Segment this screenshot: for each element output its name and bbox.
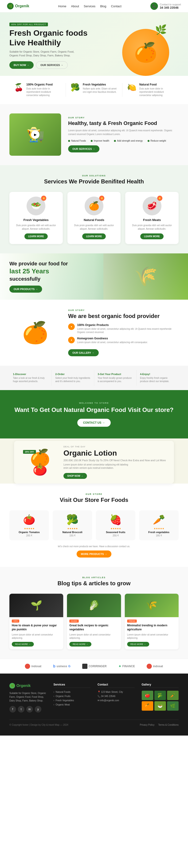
years-banner: We provide our food for last 25 Years su… bbox=[0, 253, 188, 300]
nav-services[interactable]: Services bbox=[84, 4, 95, 8]
blog-title: Blog tips & articles to grow bbox=[9, 580, 179, 587]
footer-link-meat[interactable]: › Organic Meat bbox=[54, 703, 91, 706]
gallery-thumb-3: 🥕 bbox=[167, 691, 179, 700]
hero-image: 🍊 🌿 bbox=[122, 29, 183, 76]
facebook-icon[interactable]: f bbox=[9, 706, 16, 713]
read-more-2-button[interactable]: READ MORE → bbox=[69, 642, 91, 647]
blog-desc-2: Lorem ipsum dolor sit amet consectetur a… bbox=[67, 633, 121, 642]
feature-vegetables-desc: Nullam quis ante. Etiam sit amet orci eg… bbox=[83, 87, 117, 94]
deal-section: 🍊 🍅 25% OFF DEAL OF THE DAY Organic Loti… bbox=[14, 441, 174, 484]
service-badge-1: ⭐ bbox=[41, 196, 46, 201]
hero-badge: 40% OFF FOR ALL PRODUCT bbox=[9, 23, 48, 26]
learn-more-natural-button[interactable]: LEARN MORE bbox=[82, 234, 105, 239]
footer-contact-heading: Contact bbox=[97, 683, 135, 688]
service-desc-meats: Duis proin gravida nibh vel velit auctor… bbox=[130, 224, 174, 230]
service-card-vegetables: 🥗 ⭐ Fresh Vegetables Duis proin gravida … bbox=[9, 192, 63, 244]
vegetables-stars: ★★★★★ bbox=[143, 527, 175, 530]
our-gallery-button[interactable]: OUR GALLERY → bbox=[68, 349, 99, 356]
about-section: 👨‍🌾 ▶ OUR STORY Healthy, tasty & Fresh O… bbox=[0, 104, 188, 165]
contact-label: Contact to support bbox=[160, 3, 181, 6]
nav-about[interactable]: About bbox=[71, 4, 79, 8]
organic-point-desc-2: Lorem ipsum dolor sit amet, consectetur … bbox=[77, 341, 148, 344]
about-checks: Natural Foods Improve health Add strengt… bbox=[68, 140, 179, 142]
nav-links: Home About Services Blog Contact bbox=[58, 4, 122, 8]
service-title-meats: Fresh Meats bbox=[130, 218, 174, 222]
product-fruits: 🍓 ★★★★★ Seasoned fruits 250.₹ bbox=[96, 510, 135, 540]
feature-natural-desc: Duis aute irure dolor in reprehenderit i… bbox=[139, 87, 174, 97]
step-discover: 1-Discover Take a look at our fresh & tr… bbox=[9, 370, 52, 385]
privacy-policy-link[interactable]: Privacy Policy bbox=[140, 723, 154, 726]
leaf-decoration: 🌿 bbox=[155, 24, 167, 35]
footer-gallery-col: Gallery 🍅 🥦 🥕 🍊 🥗 🌿 bbox=[142, 683, 179, 713]
broccoli-title: Natural Broccoli bbox=[56, 531, 89, 534]
product-broccoli: 🥦 ★★★★★ Natural Broccoli 150.₹ bbox=[53, 510, 92, 540]
service-desc-natural: Duis proin gravida nibh vel velit auctor… bbox=[72, 224, 116, 230]
nav-home[interactable]: Home bbox=[58, 4, 66, 8]
service-card-meats: 🥩 ⭐ Fresh Meats Duis proin gravida nibh … bbox=[125, 192, 179, 244]
gallery-thumb-4: 🍊 bbox=[142, 701, 153, 711]
store-title: Visit Our Store For Foods bbox=[9, 497, 179, 503]
feature-natural: 🍋 Natural Food Duis aute irure dolor in … bbox=[122, 83, 179, 97]
logo-text: Orgenik bbox=[15, 4, 29, 8]
organic-content: OUR STORY We are best organic food provi… bbox=[68, 309, 179, 356]
product-tomatos: 🍅 ★★★★★ Organic Tomatos 200.₹ bbox=[9, 510, 49, 540]
contact-us-button[interactable]: CONTACT US → bbox=[77, 419, 111, 427]
years-content: We provide our food for last 25 Years su… bbox=[0, 253, 77, 300]
gallery-thumb-2: 🥦 bbox=[154, 691, 166, 700]
store-section: OUR STORE Visit Our Store For Foods 🍅 ★★… bbox=[0, 484, 188, 567]
footer-link-fruits[interactable]: › Organic Fruits bbox=[54, 695, 91, 698]
blog-badge-2: GUIDE bbox=[69, 620, 79, 623]
broccoli-price: 150.₹ bbox=[56, 534, 89, 537]
deal-badge: 25% OFF bbox=[23, 450, 36, 454]
blog-badge-1: TIPS bbox=[12, 620, 19, 623]
nav-blog[interactable]: Blog bbox=[100, 4, 106, 8]
more-products-button[interactable]: MORE PRODUCTS → bbox=[76, 551, 112, 558]
store-label: OUR STORE bbox=[9, 493, 179, 495]
buy-now-button[interactable]: BUY NOW → bbox=[9, 61, 34, 69]
check-natural: Natural Foods bbox=[68, 140, 86, 142]
feature-natural-title: Natural Food bbox=[139, 83, 174, 86]
partner-business-g: businessG bbox=[50, 664, 74, 669]
our-services-button[interactable]: OUR SERVICES → bbox=[36, 61, 68, 69]
footer-logo: 🌿 Orgenik bbox=[9, 683, 46, 689]
step-desc-2: Select your fresh truly ingredients and … bbox=[55, 376, 90, 383]
logo-icon: 🌿 bbox=[7, 3, 13, 9]
step-num-3: 3-Get Your Product bbox=[98, 373, 133, 375]
cta-label: WELCOME TO STORE bbox=[9, 402, 179, 404]
twitter-icon[interactable]: t bbox=[18, 706, 25, 713]
footer-bottom: © Copyright footer | Design by City & tr… bbox=[9, 720, 179, 726]
blog-card-3: 🌾 TREND Minimalist trending in modern ag… bbox=[125, 594, 179, 650]
linkedin-icon[interactable]: in bbox=[26, 706, 33, 713]
our-products-button[interactable]: OUR PRODUCTS → bbox=[9, 286, 42, 292]
shop-now-button[interactable]: SHOP NOW → bbox=[63, 473, 87, 479]
gallery-thumb-1: 🍅 bbox=[142, 691, 153, 700]
our-services-about-button[interactable]: OUR SERVICES → bbox=[68, 145, 99, 152]
check-weight: Reduce weight bbox=[148, 140, 166, 142]
carrot-icon: 🥕 bbox=[143, 514, 175, 525]
footer-link-vegetables[interactable]: › Fresh Vegetables bbox=[54, 699, 91, 702]
phone-icon: 📞 bbox=[150, 2, 158, 10]
read-more-1-button[interactable]: READ MORE → bbox=[12, 642, 34, 647]
youtube-icon[interactable]: y bbox=[35, 706, 41, 713]
logo[interactable]: 🌿 Orgenik bbox=[7, 3, 29, 9]
steps-section: 1-Discover Take a look at our fresh & tr… bbox=[0, 366, 188, 390]
footer-gallery: 🍅 🥦 🥕 🍊 🥗 🌿 bbox=[142, 691, 179, 711]
organic-section: 🍊 OUR STORY We are best organic food pro… bbox=[0, 300, 188, 366]
footer-grid: 🌿 Orgenik Suitable for Organic Store, Or… bbox=[9, 683, 179, 713]
step-desc-3: Your fresh locally grown produce is acco… bbox=[98, 376, 133, 383]
footer-desc: Suitable for Organic Store, Organic Farm… bbox=[9, 691, 46, 703]
terms-link[interactable]: Terms & Conditions bbox=[158, 723, 179, 726]
learn-more-meats-button[interactable]: LEARN MORE bbox=[140, 234, 163, 239]
play-button[interactable]: ▶ bbox=[31, 130, 39, 139]
vegetables-price: 180.₹ bbox=[143, 534, 175, 537]
feature-vegetables-title: Fresh Vegetables bbox=[83, 83, 117, 86]
gallery-thumb-5: 🥗 bbox=[154, 701, 166, 711]
footer-link-natural[interactable]: › Natural Foods bbox=[54, 691, 91, 693]
read-more-3-button[interactable]: READ MORE → bbox=[127, 642, 149, 647]
deal-tomato-icon: 🍅 bbox=[21, 463, 59, 476]
learn-more-vegetables-button[interactable]: LEARN MORE bbox=[25, 234, 48, 239]
nav-contact[interactable]: Contact bbox=[111, 4, 122, 8]
check-health: Improve health bbox=[91, 140, 109, 142]
blog-title-3: Minimalist trending in modern agricultur… bbox=[125, 623, 179, 633]
partner-finance: ✦ FINANCE bbox=[115, 664, 138, 668]
